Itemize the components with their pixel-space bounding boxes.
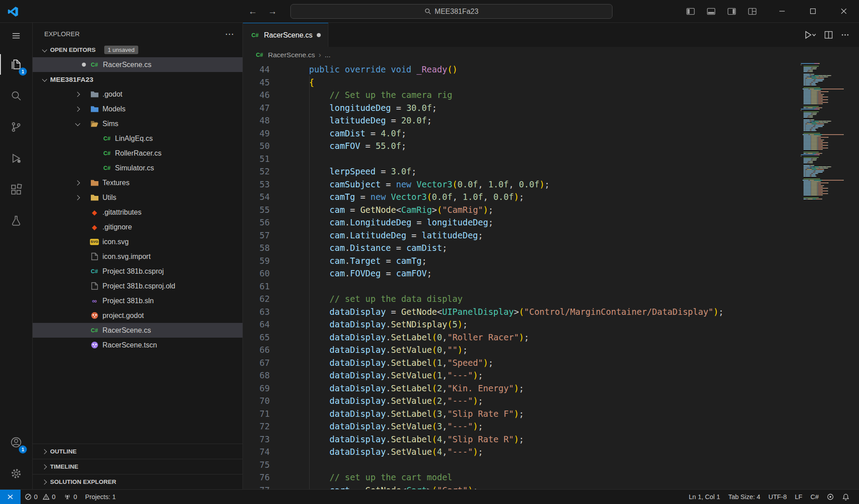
code-line[interactable]: 75	[243, 458, 859, 471]
modified-dot-icon[interactable]	[317, 33, 321, 37]
code-line[interactable]: 55 cam = GetNode<CamRig>("CamRig");	[243, 203, 859, 216]
language-status-icon[interactable]	[823, 490, 838, 504]
code-line[interactable]: 57 cam.LatitudeDeg = latitudeDeg;	[243, 229, 859, 242]
explorer-activity-button[interactable]: 1	[0, 49, 32, 80]
open-editors-header[interactable]: OPEN EDITORS 1 unsaved	[33, 42, 242, 57]
tree-item[interactable]: ◆.gitattributes	[33, 205, 242, 220]
tab-racerscene[interactable]: C# RacerScene.cs	[243, 23, 328, 47]
workspace-root-header[interactable]: MEE381FA23	[33, 72, 242, 87]
code-line[interactable]: 47 longitudeDeg = 30.0f;	[243, 102, 859, 114]
tree-item[interactable]: C#Simulator.cs	[33, 161, 242, 175]
minimap[interactable]	[798, 63, 844, 200]
accounts-button[interactable]: 1	[0, 427, 32, 458]
tree-item[interactable]: project.godot	[33, 308, 242, 323]
code-line[interactable]: 53 camSubject = new Vector3(0.0f, 1.0f, …	[243, 178, 859, 191]
menu-button[interactable]	[0, 23, 32, 49]
run-debug-activity-button[interactable]	[0, 143, 32, 174]
code-editor[interactable]: 44 public override void _Ready()45 {46 /…	[243, 63, 859, 489]
toggle-sidebar-button[interactable]	[682, 4, 699, 19]
maximize-button[interactable]	[797, 0, 828, 22]
ports-button[interactable]: 0	[60, 490, 81, 504]
file-name: .godot	[102, 90, 122, 98]
settings-gear-button[interactable]	[0, 458, 32, 489]
tree-item[interactable]: C#RollerRacer.cs	[33, 146, 242, 161]
tree-item[interactable]: C#LinAlgEq.cs	[33, 131, 242, 146]
split-editor-button[interactable]	[824, 30, 833, 39]
back-button[interactable]: ←	[245, 4, 260, 18]
code-line[interactable]: 70 dataDisplay.SetValue(2,"---");	[243, 394, 859, 407]
search-activity-button[interactable]	[0, 80, 32, 111]
section-header-outline[interactable]: OUTLINE	[33, 444, 242, 459]
code-line[interactable]: 52 lerpSpeed = 3.0f;	[243, 165, 859, 178]
source-control-activity-button[interactable]	[0, 111, 32, 143]
tree-item[interactable]: .godot	[33, 87, 242, 102]
code-line[interactable]: 62 // set up the data display	[243, 292, 859, 305]
tree-item[interactable]: Utils	[33, 190, 242, 205]
close-button[interactable]	[828, 0, 859, 22]
problems-button[interactable]: 0 0	[21, 490, 60, 504]
language-mode-status[interactable]: C#	[806, 490, 823, 504]
cursor-position[interactable]: Ln 1, Col 1	[685, 490, 724, 504]
code-line[interactable]: 63 dataDisplay = GetNode<UIPanelDisplay>…	[243, 305, 859, 318]
testing-activity-button[interactable]	[0, 205, 32, 237]
warning-count: 0	[52, 493, 55, 500]
encoding-status[interactable]: UTF-8	[764, 490, 791, 504]
code-line[interactable]: 74 dataDisplay.SetValue(4,"---");	[243, 445, 859, 458]
open-editor-item[interactable]: C#RacerScene.cs	[33, 57, 242, 72]
code-line[interactable]: 44 public override void _Ready()	[243, 63, 859, 76]
code-line[interactable]: 51	[243, 152, 859, 165]
code-line[interactable]: 45 {	[243, 76, 859, 89]
code-line[interactable]: 48 latitudeDeg = 20.0f;	[243, 114, 859, 127]
section-header-solution-explorer[interactable]: SOLUTION EXPLORER	[33, 474, 242, 489]
projects-status[interactable]: Projects: 1	[81, 490, 120, 504]
code-line[interactable]: 59 cam.Target = camTg;	[243, 254, 859, 267]
code-line[interactable]: 65 dataDisplay.SetLabel(0,"Roller Racer"…	[243, 331, 859, 344]
remote-indicator-button[interactable]	[0, 490, 21, 504]
code-line[interactable]: 66 dataDisplay.SetValue(0,"");	[243, 343, 859, 356]
code-line[interactable]: 69 dataDisplay.SetLabel(2,"Kin. Energy")…	[243, 382, 859, 395]
extensions-activity-button[interactable]	[0, 174, 32, 205]
run-code-button[interactable]	[804, 30, 816, 39]
explorer-more-actions-button[interactable]: ⋯	[225, 29, 234, 39]
customize-layout-button[interactable]	[744, 4, 761, 19]
forward-button[interactable]: →	[265, 4, 280, 18]
toggle-panel-button[interactable]	[702, 4, 719, 19]
code-line[interactable]: 58 cam.Distance = camDist;	[243, 241, 859, 254]
tree-item[interactable]: icon.svg.import	[33, 249, 242, 264]
code-line[interactable]: 56 cam.LongitudeDeg = longitudeDeg;	[243, 216, 859, 229]
code-line[interactable]: 61	[243, 280, 859, 293]
tree-item[interactable]: Textures	[33, 175, 242, 190]
code-line[interactable]: 64 dataDisplay.SetNDisplay(5);	[243, 318, 859, 331]
code-line[interactable]: 68 dataDisplay.SetValue(1,"---");	[243, 369, 859, 382]
code-line[interactable]: 49 camDist = 4.0f;	[243, 127, 859, 140]
tree-item[interactable]: RacerScene.tscn	[33, 338, 242, 352]
tree-item[interactable]: Sims	[33, 116, 242, 131]
tree-item[interactable]: Models	[33, 102, 242, 116]
section-header-timeline[interactable]: TIMELINE	[33, 459, 242, 474]
tree-item[interactable]: SVGicon.svg	[33, 234, 242, 249]
code-line[interactable]: 50 camFOV = 55.0f;	[243, 140, 859, 152]
code-line[interactable]: 60 cam.FOVDeg = camFOV;	[243, 267, 859, 280]
code-line[interactable]: 73 dataDisplay.SetLabel(4,"Slip Rate R")…	[243, 433, 859, 446]
code-line[interactable]: 76 // set up the cart model	[243, 471, 859, 484]
indentation-status[interactable]: Tab Size: 4	[724, 490, 765, 504]
code-line[interactable]: 77 cart = GetNode<Cart>("Cart");	[243, 484, 859, 490]
breadcrumb-file[interactable]: RacerScene.cs	[268, 51, 315, 59]
tree-item[interactable]: ∞Project 381b.sln	[33, 293, 242, 308]
toggle-secondary-sidebar-button[interactable]	[723, 4, 740, 19]
code-line[interactable]: 54 camTg = new Vector3(0.0f, 1.0f, 0.0f)…	[243, 191, 859, 203]
breadcrumb-symbol[interactable]: ...	[325, 51, 331, 59]
command-center-search[interactable]: MEE381Fa23	[290, 4, 612, 19]
tree-item[interactable]: Project 381b.csproj.old	[33, 279, 242, 293]
minimize-button[interactable]	[766, 0, 797, 22]
editor-more-actions-button[interactable]	[841, 31, 849, 39]
eol-status[interactable]: LF	[791, 490, 807, 504]
code-line[interactable]: 46 // Set up the camera rig	[243, 89, 859, 102]
code-line[interactable]: 72 dataDisplay.SetValue(3,"---");	[243, 420, 859, 433]
tree-item[interactable]: C#Project 381b.csproj	[33, 264, 242, 279]
tree-item[interactable]: C#RacerScene.cs	[33, 323, 242, 338]
code-line[interactable]: 67 dataDisplay.SetLabel(1,"Speed");	[243, 356, 859, 369]
tree-item[interactable]: ◆.gitignore	[33, 220, 242, 234]
code-line[interactable]: 71 dataDisplay.SetLabel(3,"Slip Rate F")…	[243, 407, 859, 420]
notifications-bell-button[interactable]	[838, 490, 854, 504]
